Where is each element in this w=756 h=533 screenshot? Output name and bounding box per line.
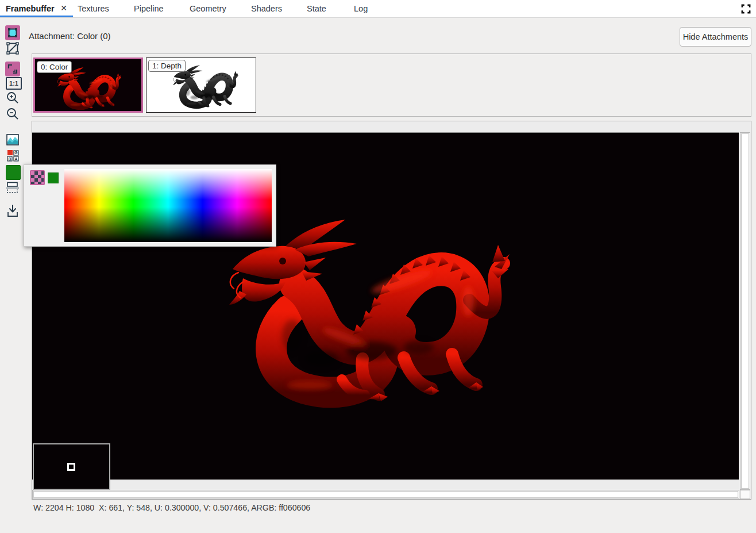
wireframe-button[interactable] — [6, 42, 19, 55]
color-channels-button[interactable]: G B A — [6, 149, 20, 163]
flip-vertically-button[interactable] — [6, 182, 19, 193]
attachment-thumbnail-color[interactable]: 0: Color — [33, 57, 143, 113]
svg-text:G: G — [14, 151, 18, 155]
tab-geometry[interactable]: Geometry — [190, 0, 226, 17]
background-color-button[interactable] — [6, 165, 21, 180]
histogram-button[interactable] — [6, 134, 19, 145]
vertical-scrollbar-thumb[interactable] — [741, 133, 749, 489]
solid-color-swatch[interactable] — [48, 172, 59, 183]
tab-close-icon[interactable]: ✕ — [59, 0, 68, 17]
vertical-scrollbar[interactable] — [740, 132, 750, 490]
pixel-status-text: W: 2204 H: 1080 X: 661, Y: 548, U: 0.300… — [33, 503, 310, 512]
histogram-icon — [6, 134, 19, 145]
attachment-thumbnail-depth[interactable]: 1: Depth — [146, 57, 256, 113]
scrollbar-corner — [740, 490, 750, 499]
flip-vertically-icon — [6, 182, 19, 193]
active-tab-underline — [0, 16, 73, 17]
zoom-in-icon — [6, 91, 20, 105]
checkerboard-background-swatch[interactable] — [30, 170, 45, 185]
zoom-to-fit-button[interactable] — [5, 62, 20, 76]
zoom-out-button[interactable] — [6, 107, 20, 121]
horizontal-scrollbar[interactable] — [32, 490, 739, 499]
tab-textures[interactable]: Textures — [78, 0, 109, 17]
tab-framebuffer[interactable]: Framebuffer — [6, 0, 55, 17]
save-image-button[interactable] — [7, 205, 18, 217]
horizontal-scrollbar-thumb[interactable] — [33, 491, 738, 498]
hue-saturation-picker[interactable] — [64, 169, 272, 242]
color-buffer-button[interactable] — [5, 25, 20, 40]
actual-size-button[interactable]: 1:1 — [6, 77, 22, 90]
tab-bar: Framebuffer ✕ Textures Pipeline Geometry… — [0, 0, 756, 18]
svg-text:B: B — [8, 157, 11, 161]
color-buffer-icon — [7, 27, 18, 39]
attachment-title: Attachment: Color (0) — [29, 31, 111, 41]
color-channels-icon: G B A — [6, 149, 20, 163]
zoom-out-icon — [6, 107, 20, 121]
zoom-in-button[interactable] — [6, 91, 20, 105]
zoom-to-fit-icon — [7, 63, 18, 75]
fullscreen-icon[interactable] — [741, 4, 751, 14]
tab-log[interactable]: Log — [354, 0, 368, 17]
svg-text:A: A — [14, 157, 17, 161]
pixel-context-minimap[interactable] — [33, 443, 110, 490]
picked-pixel-marker — [67, 463, 75, 471]
attachments-panel: 0: Color 1: Depth — [32, 53, 751, 117]
tab-state[interactable]: State — [307, 0, 326, 17]
attachment-badge: 1: Depth — [148, 60, 186, 72]
background-color-popup — [24, 164, 276, 247]
wireframe-icon — [6, 42, 19, 55]
tab-shaders[interactable]: Shaders — [251, 0, 282, 17]
save-image-icon — [7, 205, 18, 217]
tab-pipeline[interactable]: Pipeline — [134, 0, 164, 17]
attachment-badge: 0: Color — [37, 61, 72, 73]
hide-attachments-button[interactable]: Hide Attachments — [680, 27, 751, 47]
framebuffer-debugger-window: { "window": { "close_glyph": "✕", "tabs"… — [0, 0, 756, 533]
